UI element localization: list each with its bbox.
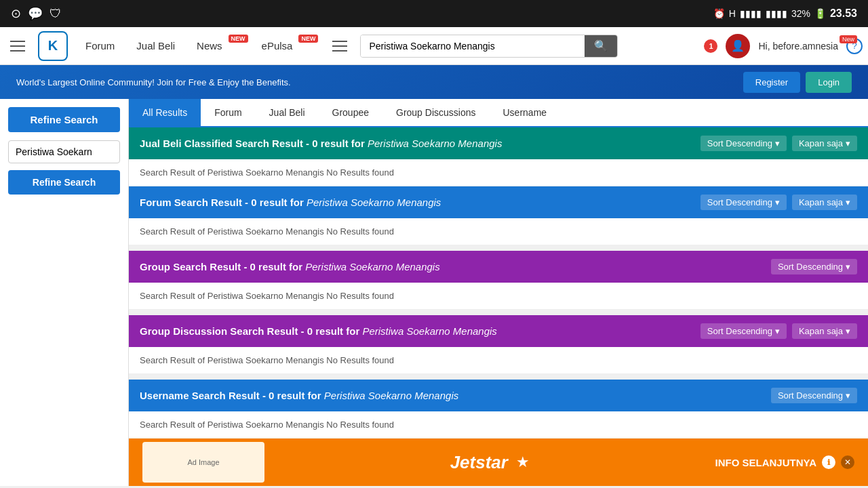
username-display: Hi, before.amnesia New (758, 41, 838, 52)
search-tabs: All Results Forum Jual Beli Groupee Grou… (129, 99, 868, 127)
battery-text: 32% (791, 8, 810, 19)
sidebar: Refine Search Refine Search (0, 99, 129, 486)
group-header: Group Search Result - 0 result for Peris… (129, 251, 868, 283)
forum-section: Forum Search Result - 0 result for Peris… (129, 186, 868, 245)
jual-beli-body: Search Result of Peristiwa Soekarno Mena… (129, 159, 868, 186)
jual-beli-sort[interactable]: Sort Descending ▾ (701, 136, 787, 151)
ad-image: Ad Image (142, 442, 264, 483)
group-discussion-sort[interactable]: Sort Descending ▾ (701, 323, 787, 339)
main-content: Refine Search Refine Search All Results … (0, 99, 868, 486)
news-badge: NEW (229, 35, 248, 43)
refine-header: Refine Search (8, 107, 120, 132)
jual-beli-time[interactable]: Kapan saja ▾ (792, 136, 857, 151)
group-sort[interactable]: Sort Descending ▾ (771, 259, 857, 274)
forum-header: Forum Search Result - 0 result for Peris… (129, 186, 868, 218)
banner-text: World's Largest Online Community! Join f… (16, 77, 291, 87)
jual-beli-title: Jual Beli Classified Search Result - 0 r… (140, 138, 502, 149)
jual-beli-header: Jual Beli Classified Search Result - 0 r… (129, 127, 868, 159)
forum-time[interactable]: Kapan saja ▾ (792, 195, 857, 210)
news-link[interactable]: News NEW (187, 36, 250, 56)
ad-content: Jetstar ★ (450, 452, 530, 473)
forum-sort[interactable]: Sort Descending ▾ (701, 195, 787, 210)
group-discussion-section: Group Discussion Search Result - 0 resul… (129, 315, 868, 374)
ad-close-button[interactable]: ✕ (841, 455, 854, 469)
status-bar: ⊙ 💬 🛡 ⏰ H ▮▮▮▮ ▮▮▮▮ 32% 🔋 23.53 (0, 0, 868, 27)
epulsa-link[interactable]: ePulsa NEW (252, 36, 320, 56)
group-title: Group Search Result - 0 result for Peris… (140, 261, 440, 272)
register-button[interactable]: Register (743, 72, 800, 93)
group-discussion-header: Group Discussion Search Result - 0 resul… (129, 315, 868, 347)
notification-badge[interactable]: 1 (704, 39, 717, 53)
jual-beli-section: Jual Beli Classified Search Result - 0 r… (129, 127, 868, 186)
username-body: Search Result of Peristiwa Soekarno Mena… (129, 411, 868, 439)
signal-bars-1: ▮▮▮▮ (740, 8, 762, 19)
forum-controls: Sort Descending ▾ Kapan saja ▾ (701, 195, 857, 210)
ad-banner: Ad Image Jetstar ★ INFO SELANJUTNYA ℹ ✕ (129, 439, 868, 486)
banner-buttons: Register Login (743, 72, 852, 93)
forum-body: Search Result of Peristiwa Soekarno Mena… (129, 218, 868, 245)
search-input[interactable] (361, 35, 585, 57)
forum-title: Forum Search Result - 0 result for Peris… (140, 197, 441, 208)
nav-right: 1 👤 Hi, before.amnesia New ? (704, 34, 863, 58)
battery-icon: 🔋 (814, 8, 826, 19)
tab-username[interactable]: Username (490, 99, 561, 126)
ad-star: ★ (516, 453, 530, 471)
tab-groupee[interactable]: Groupee (319, 99, 382, 126)
username-controls: Sort Descending ▾ (771, 388, 857, 403)
alarm-icon: ⏰ (713, 8, 725, 19)
results-area: All Results Forum Jual Beli Groupee Grou… (129, 99, 868, 486)
search-button[interactable]: 🔍 (585, 35, 617, 57)
status-right-info: ⏰ H ▮▮▮▮ ▮▮▮▮ 32% 🔋 23.53 (713, 7, 857, 20)
jetstar-logo: Jetstar (450, 452, 508, 473)
username-sort[interactable]: Sort Descending ▾ (771, 388, 857, 403)
tab-jual-beli[interactable]: Jual Beli (256, 99, 319, 126)
group-section: Group Search Result - 0 result for Peris… (129, 251, 868, 310)
username-section: Username Search Result - 0 result for Pe… (129, 380, 868, 439)
group-discussion-controls: Sort Descending ▾ Kapan saja ▾ (701, 323, 857, 339)
avatar[interactable]: 👤 (726, 34, 750, 58)
time-display: 23.53 (830, 7, 857, 20)
more-menu[interactable] (328, 34, 352, 58)
ad-info-icon[interactable]: ℹ (822, 455, 835, 469)
section-gap-3 (129, 374, 868, 380)
chat-icon: 💬 (28, 6, 43, 21)
username-title: Username Search Result - 0 result for Pe… (140, 390, 458, 401)
jual-beli-controls: Sort Descending ▾ Kapan saja ▾ (701, 136, 857, 151)
group-controls: Sort Descending ▾ (771, 259, 857, 274)
bb-icon: ⊙ (11, 6, 21, 21)
group-discussion-title: Group Discussion Search Result - 0 resul… (140, 325, 497, 337)
section-gap-2 (129, 310, 868, 315)
sidebar-search-input[interactable] (8, 140, 120, 163)
tab-forum[interactable]: Forum (201, 99, 255, 126)
epulsa-badge: NEW (298, 35, 318, 43)
jual-beli-link[interactable]: Jual Beli (127, 36, 184, 56)
logo[interactable]: K (38, 31, 68, 61)
username-header: Username Search Result - 0 result for Pe… (129, 380, 868, 411)
login-button[interactable]: Login (806, 72, 852, 93)
status-left-icons: ⊙ 💬 🛡 (11, 6, 62, 21)
group-body: Search Result of Peristiwa Soekarno Mena… (129, 283, 868, 310)
forum-link[interactable]: Forum (76, 36, 124, 56)
ad-tagline: INFO SELANJUTNYA (715, 457, 816, 468)
sidebar-refine-button[interactable]: Refine Search (8, 170, 120, 195)
group-discussion-body: Search Result of Peristiwa Soekarno Mena… (129, 347, 868, 374)
section-gap-1 (129, 245, 868, 251)
user-badge: New (840, 35, 857, 43)
search-box: 🔍 (360, 35, 618, 58)
banner: World's Largest Online Community! Join f… (0, 65, 868, 99)
group-discussion-time[interactable]: Kapan saja ▾ (792, 323, 857, 339)
signal-h: H (729, 8, 736, 19)
signal-bars-2: ▮▮▮▮ (766, 8, 787, 19)
tab-group-discussions[interactable]: Group Discussions (382, 99, 490, 126)
shield-icon: 🛡 (50, 7, 62, 21)
hamburger-menu[interactable] (5, 34, 30, 58)
tab-all-results[interactable]: All Results (129, 99, 201, 126)
nav-bar: K Forum Jual Beli News NEW ePulsa NEW 🔍 … (0, 27, 868, 65)
